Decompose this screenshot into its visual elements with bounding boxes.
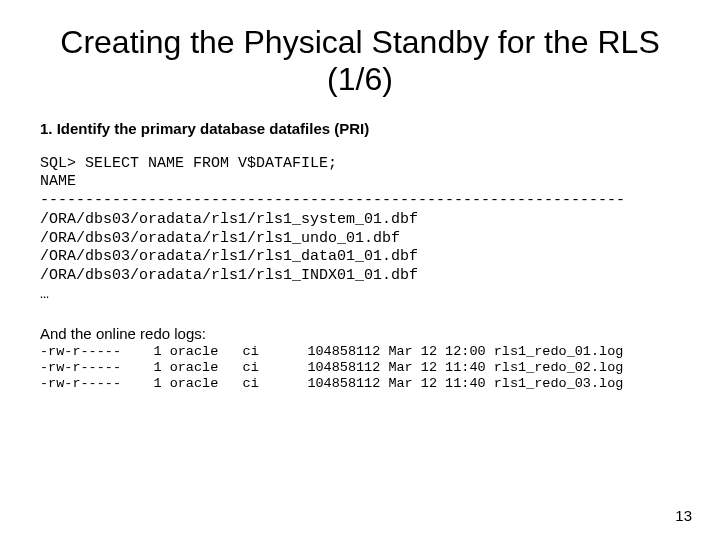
page-number: 13 — [675, 507, 692, 524]
sql-column: NAME — [40, 173, 76, 190]
page-title: Creating the Physical Standby for the RL… — [40, 24, 680, 98]
sql-row: /ORA/dbs03/oradata/rls1/rls1_data01_01.d… — [40, 248, 418, 265]
section-heading: 1. Identify the primary database datafil… — [40, 120, 680, 137]
slide: Creating the Physical Standby for the RL… — [0, 0, 720, 540]
redo-logs-listing: -rw-r----- 1 oracle ci 104858112 Mar 12 … — [40, 344, 680, 393]
logs-intro: And the online redo logs: — [40, 325, 680, 342]
log-row: -rw-r----- 1 oracle ci 104858112 Mar 12 … — [40, 376, 623, 391]
log-row: -rw-r----- 1 oracle ci 104858112 Mar 12 … — [40, 344, 623, 359]
sql-row: /ORA/dbs03/oradata/rls1/rls1_undo_01.dbf — [40, 230, 400, 247]
sql-row: /ORA/dbs03/oradata/rls1/rls1_system_01.d… — [40, 211, 418, 228]
sql-block: SQL> SELECT NAME FROM V$DATAFILE; NAME -… — [40, 155, 680, 305]
sql-row: /ORA/dbs03/oradata/rls1/rls1_INDX01_01.d… — [40, 267, 418, 284]
sql-ellipsis: … — [40, 286, 49, 303]
sql-separator: ----------------------------------------… — [40, 192, 625, 209]
log-row: -rw-r----- 1 oracle ci 104858112 Mar 12 … — [40, 360, 623, 375]
sql-prompt-line: SQL> SELECT NAME FROM V$DATAFILE; — [40, 155, 337, 172]
